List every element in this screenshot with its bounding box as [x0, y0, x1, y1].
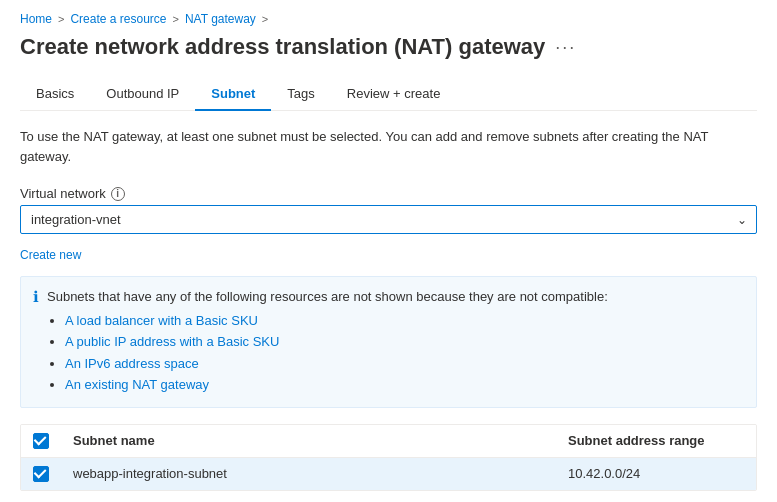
column-subnet-address-range: Subnet address range — [556, 433, 756, 449]
incompatible-item-3: An IPv6 address space — [65, 354, 608, 374]
breadcrumb-sep-3: > — [262, 13, 268, 25]
cell-subnet-address-range: 10.42.0.0/24 — [556, 466, 756, 481]
breadcrumb-home[interactable]: Home — [20, 12, 52, 26]
header-checkbox-cell[interactable] — [21, 433, 61, 449]
tab-subnet[interactable]: Subnet — [195, 78, 271, 111]
incompatible-list: A load balancer with a Basic SKU A publi… — [65, 311, 608, 395]
breadcrumb-nat-gateway[interactable]: NAT gateway — [185, 12, 256, 26]
row-checkbox[interactable] — [33, 466, 49, 482]
column-subnet-name: Subnet name — [61, 433, 556, 449]
subnet-info-text: To use the NAT gateway, at least one sub… — [20, 127, 757, 166]
cell-subnet-name: webapp-integration-subnet — [61, 466, 556, 481]
incompatible-item-4: An existing NAT gateway — [65, 375, 608, 395]
tab-tags[interactable]: Tags — [271, 78, 330, 111]
select-all-checkbox[interactable] — [33, 433, 49, 449]
virtual-network-select-wrapper: integration-vnet ⌄ — [20, 205, 757, 234]
virtual-network-select[interactable]: integration-vnet — [20, 205, 757, 234]
incompatible-item-1: A load balancer with a Basic SKU — [65, 311, 608, 331]
virtual-network-label: Virtual network i — [20, 186, 757, 201]
page-options-icon[interactable]: ··· — [555, 37, 576, 58]
breadcrumb: Home > Create a resource > NAT gateway > — [20, 12, 757, 26]
breadcrumb-sep-2: > — [173, 13, 179, 25]
incompatible-info-text: Subnets that have any of the following r… — [47, 287, 608, 397]
breadcrumb-create-resource[interactable]: Create a resource — [70, 12, 166, 26]
virtual-network-info-icon[interactable]: i — [111, 187, 125, 201]
row-checkbox-cell[interactable] — [21, 466, 61, 482]
page-title-row: Create network address translation (NAT)… — [20, 34, 757, 60]
breadcrumb-sep-1: > — [58, 13, 64, 25]
tab-outbound-ip[interactable]: Outbound IP — [90, 78, 195, 111]
tab-review-create[interactable]: Review + create — [331, 78, 457, 111]
incompatible-info-box: ℹ Subnets that have any of the following… — [20, 276, 757, 408]
page-title: Create network address translation (NAT)… — [20, 34, 545, 60]
virtual-network-field-group: Virtual network i integration-vnet ⌄ — [20, 186, 757, 234]
create-new-vnet-link[interactable]: Create new — [20, 248, 81, 262]
table-header-row: Subnet name Subnet address range — [21, 425, 756, 458]
info-circle-icon: ℹ — [33, 288, 39, 306]
tab-bar: Basics Outbound IP Subnet Tags Review + … — [20, 78, 757, 111]
table-row: webapp-integration-subnet 10.42.0.0/24 — [21, 458, 756, 490]
incompatible-item-2: A public IP address with a Basic SKU — [65, 332, 608, 352]
subnet-table: Subnet name Subnet address range webapp-… — [20, 424, 757, 491]
tab-basics[interactable]: Basics — [20, 78, 90, 111]
